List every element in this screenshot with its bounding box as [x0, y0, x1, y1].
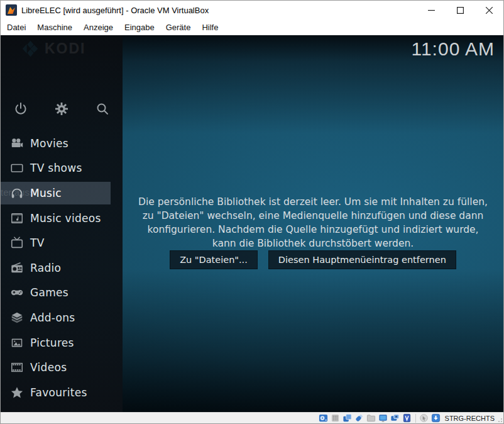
menu-anzeige[interactable]: Anzeige	[78, 20, 119, 35]
radio-icon	[9, 261, 25, 275]
go-to-files-button[interactable]: Zu "Dateien"...	[170, 250, 258, 269]
menu-datei[interactable]: Datei	[1, 20, 31, 35]
kodi-sidebar: Movies TV shows ter aussc Music	[1, 35, 123, 412]
close-button[interactable]	[474, 1, 503, 20]
gamepad-icon	[9, 286, 25, 299]
sidebar-item-favourites[interactable]: Favourites	[1, 380, 123, 405]
sidebar-item-music[interactable]: ter aussc Music	[1, 181, 123, 206]
filmstrip-icon	[9, 360, 25, 374]
recording-icon[interactable]	[390, 413, 400, 423]
picture-icon	[9, 336, 25, 350]
sidebar-label: Favourites	[30, 386, 87, 399]
virtualbox-window: LibreELEC [wird ausgeführt] - Oracle VM …	[0, 0, 504, 424]
sidebar-label: TV	[30, 237, 45, 249]
remove-menu-entry-button[interactable]: Diesen Hauptmenüeintrag entfernen	[268, 250, 456, 269]
menu-bar: Datei Maschine Anzeige Eingabe Geräte Hi…	[1, 20, 503, 35]
host-key-label: STRG-RECHTS	[445, 415, 495, 422]
status-separator	[415, 414, 416, 423]
audio-icon[interactable]	[331, 413, 341, 423]
menu-hilfe[interactable]: Hilfe	[196, 20, 224, 35]
mouse-integration-icon[interactable]	[419, 413, 429, 423]
star-icon	[9, 386, 25, 399]
search-button[interactable]	[82, 101, 123, 116]
shared-folders-icon[interactable]	[366, 413, 376, 423]
movie-camera-icon	[9, 137, 25, 150]
sidebar-label: Music	[30, 187, 62, 199]
empty-library-message: Die persönliche Bibliothek ist derzeit l…	[136, 195, 490, 250]
sidebar-item-add-ons[interactable]: Add-ons	[1, 305, 123, 330]
virtualbox-app-icon	[6, 4, 17, 16]
keyboard-capture-icon[interactable]	[431, 413, 441, 423]
minimize-icon	[428, 7, 435, 14]
title-bar: LibreELEC [wird ausgeführt] - Oracle VM …	[1, 1, 503, 20]
power-button[interactable]	[1, 101, 41, 116]
sidebar-label: Pictures	[30, 337, 74, 349]
menu-geraete[interactable]: Geräte	[160, 20, 197, 35]
features-icon[interactable]	[402, 413, 412, 423]
tv-antenna-icon	[9, 236, 25, 250]
search-icon	[95, 101, 110, 116]
settings-button[interactable]	[41, 101, 82, 116]
sidebar-item-radio[interactable]: Radio	[1, 255, 123, 281]
menu-eingabe[interactable]: Eingabe	[119, 20, 160, 35]
sidebar-nav: Movies TV shows ter aussc Music	[1, 131, 123, 412]
film-note-icon	[9, 211, 25, 225]
window-title: LibreELEC [wird ausgeführt] - Oracle VM …	[21, 6, 209, 15]
sidebar-item-videos[interactable]: Videos	[1, 355, 123, 380]
menu-maschine[interactable]: Maschine	[31, 20, 78, 35]
action-buttons: Zu "Dateien"... Diesen Hauptmenüeintrag …	[123, 250, 503, 269]
sidebar-label: Videos	[30, 361, 67, 374]
usb-icon[interactable]	[354, 413, 364, 423]
sidebar-item-tv-shows[interactable]: TV shows	[1, 156, 123, 181]
window-controls	[417, 1, 503, 20]
sidebar-label: Music videos	[30, 212, 101, 225]
sidebar-label: TV shows	[30, 162, 82, 174]
network-icon[interactable]	[342, 413, 353, 423]
maximize-icon	[457, 7, 464, 14]
sidebar-item-weather[interactable]: Weather	[1, 405, 123, 412]
sidebar-label: Games	[30, 286, 68, 299]
minimize-button[interactable]	[417, 1, 446, 20]
package-box-icon	[9, 311, 25, 325]
sidebar-item-pictures[interactable]: Pictures	[1, 330, 123, 355]
sidebar-label: Radio	[30, 262, 61, 274]
display-icon[interactable]	[378, 413, 388, 423]
sidebar-label: Movies	[30, 137, 68, 150]
quick-icons	[1, 101, 123, 116]
settings-gear-icon	[54, 101, 69, 116]
sidebar-item-games[interactable]: Games	[1, 281, 123, 306]
vm-display: KODI 11:00 AM	[1, 35, 503, 412]
maximize-button[interactable]	[446, 1, 474, 20]
power-icon	[13, 101, 28, 116]
sidebar-item-tv[interactable]: TV	[1, 230, 123, 255]
sidebar-item-music-videos[interactable]: Music videos	[1, 206, 123, 231]
kodi-main-area: Die persönliche Bibliothek ist derzeit l…	[123, 35, 503, 412]
monitor-icon	[9, 161, 25, 175]
close-icon	[486, 7, 493, 14]
headphones-icon	[9, 186, 25, 200]
weather-cloud-icon	[9, 410, 25, 412]
hard-disks-icon[interactable]	[319, 413, 329, 423]
sidebar-label: Weather	[30, 411, 77, 412]
sidebar-item-movies[interactable]: Movies	[1, 131, 123, 156]
sidebar-label: Add-ons	[30, 311, 75, 324]
status-bar: STRG-RECHTS	[1, 412, 503, 423]
resize-grip[interactable]	[495, 415, 503, 423]
